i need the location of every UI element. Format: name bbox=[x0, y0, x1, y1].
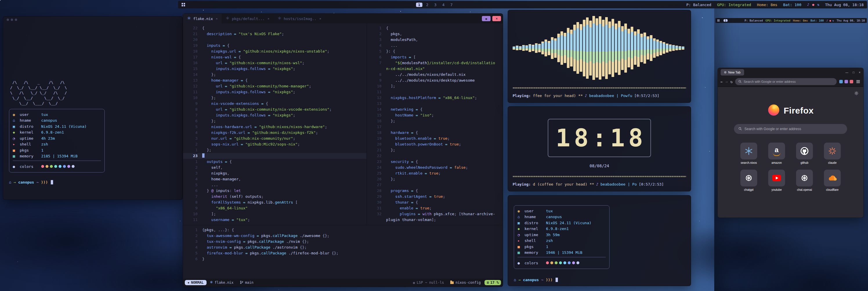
music-icon[interactable]: ♪ bbox=[827, 19, 828, 22]
color-dot bbox=[72, 165, 74, 168]
line-text: ../../modules/nixos/default.nix bbox=[386, 72, 466, 78]
extension-icon[interactable] bbox=[844, 80, 848, 83]
minimize-icon[interactable]: — bbox=[845, 71, 848, 74]
line-text: description = "tux's NixOS Flake"; bbox=[202, 31, 284, 37]
code-line: 23 bbox=[183, 153, 366, 159]
shortcut-amazon[interactable]: aamazon bbox=[766, 143, 787, 164]
workspace-tag-4[interactable]: 4 bbox=[440, 3, 446, 7]
code-line: n-cd-minimal.nix" bbox=[367, 66, 503, 72]
workspace-tag-7[interactable]: 7 bbox=[448, 3, 455, 7]
code-line: 12 nixpkgs.hostPlatform = "x86_64-linux"… bbox=[367, 95, 503, 101]
clock-widget[interactable]: Thu Aug 08, 18:18 bbox=[837, 19, 865, 22]
shell-prompt[interactable]: ⌂→canopus~))) bbox=[514, 278, 685, 282]
network-icon[interactable]: ⇅ bbox=[832, 19, 834, 22]
code-line: 16 url = "github:nix-community/nixos-wsl… bbox=[183, 60, 366, 66]
buffer-pkgs-default[interactable]: 1{pkgs, ...}: {2 tux-awesome-wm-config =… bbox=[183, 225, 503, 279]
vim-mode-indicator: ◆ NORMAL bbox=[185, 280, 207, 285]
playing-label: Playing: bbox=[513, 93, 531, 98]
launcher-icon[interactable] bbox=[182, 3, 185, 6]
close-icon[interactable]: × bbox=[859, 71, 861, 74]
shortcut-label: amazon bbox=[766, 161, 787, 164]
workspace-tag-3[interactable]: 3 bbox=[432, 3, 439, 7]
line-text: ../../modules/nixos/desktop/awesome bbox=[386, 78, 475, 83]
kernel-icon: ◆ bbox=[518, 227, 525, 231]
music-icon[interactable]: ♪ bbox=[807, 3, 809, 7]
shell-prompt[interactable]: ⌂→canopus~))) bbox=[9, 180, 177, 184]
browser-tab[interactable]: New Tab bbox=[721, 69, 744, 76]
forward-icon[interactable]: → bbox=[725, 80, 728, 84]
close-tab-icon[interactable]: × bbox=[216, 17, 218, 21]
line-number: 11 bbox=[367, 89, 386, 95]
window-control-dot[interactable] bbox=[15, 19, 17, 21]
visualizer-bar bbox=[608, 22, 611, 74]
line-number: 7 bbox=[183, 112, 202, 118]
shortcut-chat.openai[interactable]: chat.openai bbox=[794, 170, 815, 192]
visualizer-bar bbox=[522, 45, 525, 51]
code-line: 10 ]; bbox=[367, 83, 503, 89]
visualizer-bar bbox=[624, 24, 627, 72]
terminal-color-dots bbox=[546, 261, 579, 264]
search-input[interactable]: Search with Google or enter address bbox=[734, 124, 847, 134]
maximize-icon[interactable]: □ bbox=[852, 71, 855, 74]
line-number: 16 bbox=[367, 118, 386, 124]
buffer-flake-nix[interactable]: 22{21 description = "tux's NixOS Flake";… bbox=[183, 24, 366, 225]
shortcut-github[interactable]: github bbox=[794, 143, 815, 164]
firefox-brand-text: Firefox bbox=[783, 106, 814, 116]
workspace-tag-1[interactable]: 1 bbox=[416, 3, 423, 7]
line-text: url = "github:nix-community/nix-vscode-e… bbox=[202, 107, 332, 112]
line-number: 1 bbox=[367, 25, 386, 31]
fetch-row-uptime: ◔uptime3h 59m bbox=[518, 232, 606, 238]
prompt-path: ~ bbox=[541, 278, 544, 282]
terminal-titlebar[interactable] bbox=[3, 17, 183, 23]
prompt-path: ~ bbox=[36, 180, 39, 184]
line-text: }; bbox=[202, 118, 216, 124]
tab-pkgs-default[interactable]: pkgs/default... × bbox=[222, 13, 274, 24]
launcher-icon[interactable] bbox=[717, 20, 719, 22]
shortcut-label: cloudflare bbox=[822, 188, 843, 192]
tab-flake-nix[interactable]: flake.nix × bbox=[183, 13, 222, 24]
line-text: }; bbox=[386, 147, 395, 153]
shortcut-chatgpt[interactable]: chatgpt bbox=[738, 170, 760, 192]
window-control-dot[interactable] bbox=[7, 19, 9, 21]
window-control-dot[interactable] bbox=[11, 19, 13, 21]
visualizer-bar bbox=[551, 37, 554, 59]
line-text: rtkit.enable = true; bbox=[386, 171, 441, 176]
ticker-separator: ========================================… bbox=[513, 85, 686, 90]
search-icon bbox=[738, 127, 742, 131]
panel-toggle-button[interactable]: ◉ bbox=[482, 16, 491, 21]
workspace-tag-1[interactable]: 1 bbox=[723, 19, 727, 22]
fetch-value: 6.9.8-zen1 bbox=[41, 130, 64, 135]
shortcut-claude[interactable]: claude bbox=[822, 143, 843, 164]
color-dot bbox=[546, 261, 549, 264]
home-icon: ⌂ bbox=[9, 180, 11, 184]
extension-icon[interactable] bbox=[850, 80, 853, 83]
line-text: plugin thunar-volman]; bbox=[386, 217, 436, 223]
url-bar[interactable]: Search with Google or enter address bbox=[735, 78, 837, 85]
close-tab-icon[interactable]: × bbox=[268, 17, 270, 21]
tab-hosts-isoimage[interactable]: hosts/isoImag.. × bbox=[274, 13, 326, 24]
workspace-tag-2[interactable]: 2 bbox=[424, 3, 431, 7]
close-window-button[interactable]: × bbox=[492, 16, 501, 21]
git-branch-indicator: main bbox=[237, 281, 257, 285]
mode-label: NORMAL bbox=[191, 281, 204, 285]
menu-icon[interactable] bbox=[856, 80, 861, 84]
refresh-icon[interactable]: ↻ bbox=[731, 80, 733, 84]
line-text: pkgs, bbox=[386, 31, 402, 37]
buffer-iso-config[interactable]: 1{2 pkgs,3 modulesPath,4 ...5}: {6 impor… bbox=[367, 24, 503, 225]
close-tab-icon[interactable]: × bbox=[319, 17, 321, 21]
visualizer-bar bbox=[554, 38, 557, 58]
extension-icon[interactable] bbox=[839, 80, 843, 83]
visualizer-bar bbox=[612, 19, 614, 77]
shortcut-search.nixos[interactable]: search.nixos bbox=[738, 143, 760, 164]
gear-icon[interactable] bbox=[854, 91, 859, 97]
ping-widget: Home: 6ms bbox=[793, 19, 808, 22]
record-icon[interactable]: ● bbox=[812, 3, 814, 7]
network-icon[interactable]: ⇅ bbox=[817, 3, 819, 7]
record-icon[interactable]: ● bbox=[829, 19, 831, 22]
line-number: 6 bbox=[183, 118, 202, 124]
back-icon[interactable]: ← bbox=[721, 80, 723, 84]
clock-widget[interactable]: Thu Aug 08, 18:18 bbox=[825, 3, 864, 7]
shortcut-cloudflare[interactable]: cloudflare bbox=[822, 170, 843, 192]
browser-titlebar[interactable]: New Tab — □ × bbox=[718, 68, 863, 77]
shortcut-youtube[interactable]: youtube bbox=[766, 170, 787, 192]
